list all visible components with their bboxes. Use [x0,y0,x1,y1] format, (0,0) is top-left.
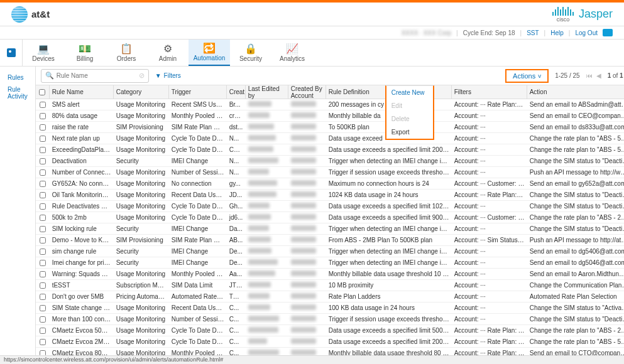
table-row[interactable]: CMaetz Evcoa 2MB to 5... Usage Monitorin… [36,336,624,348]
first-page-icon[interactable]: ⏮ [585,72,594,79]
cell-trigger: Cycle To Date Dat... [169,327,227,334]
nav-orders[interactable]: 📋Orders [106,40,147,66]
menu-export[interactable]: Export [386,126,433,139]
col-category[interactable]: Category [114,85,169,99]
row-checkbox[interactable] [40,181,46,187]
table-row[interactable]: CMaetz Evcoa 80% of 5... Usage Monitorin… [36,348,624,355]
col-filters[interactable]: Filters [452,85,527,99]
help-link[interactable]: Help [550,29,564,36]
col-created-by[interactable]: Creat [227,85,246,99]
cell-rule-definition: Data usage exceeds a specified limit 200… [326,146,452,153]
row-checkbox[interactable] [40,316,46,323]
col-trigger[interactable]: Trigger [169,85,227,99]
cell-last-edited-by [246,304,288,311]
logout-link[interactable]: Log Out [575,29,598,36]
row-checkbox[interactable] [40,339,46,345]
table-row[interactable]: Oil Tank Monitoring ove... Usage Monitor… [36,190,624,201]
nav-automation[interactable]: 🔁Automation [189,40,230,66]
cell-created-by-account [288,259,326,266]
col-action[interactable]: Action [527,85,624,99]
table-row[interactable]: CMaetz Evcoa 500KB t... Usage Monitoring… [36,325,624,336]
nav-security[interactable]: 🔒Security [230,40,271,66]
sidebar: Rules Rule Activity [0,67,35,355]
cell-name: Oil Tank Monitoring ove... [50,191,114,198]
row-checkbox[interactable] [40,282,46,289]
table-row[interactable]: sim change rule Security IMEI Change De.… [36,246,624,257]
table-row[interactable]: ExceedingDataPlanSaver Usage Monitoring … [36,144,624,156]
menu-create-new[interactable]: Create New [386,86,433,99]
table-row[interactable]: 500k to 2mb Usage Monitoring Cycle To Da… [36,212,624,223]
cell-action: Change the rate plan to "ABS - 5MB Plan" [527,135,624,142]
row-checkbox[interactable] [40,294,46,300]
row-checkbox[interactable] [40,226,46,232]
row-checkbox[interactable] [40,124,46,131]
table-row[interactable]: Imei change for priority ... Security IM… [36,257,624,269]
col-rule-name[interactable]: Rule Name [50,85,114,99]
row-checkbox[interactable] [40,203,46,210]
table-row[interactable]: SIM State change to act... Usage Monitor… [36,302,624,314]
row-checkbox[interactable] [40,136,46,142]
cell-trigger: Monthly Pooled D... [169,112,227,119]
table-row[interactable]: Rule Deactivates SIM at... Usage Monitor… [36,201,624,212]
table-row[interactable]: Warning: Squads have ... Usage Monitorin… [36,269,624,280]
cell-last-edited-by [246,282,288,289]
cell-last-edited-by [246,259,288,266]
cell-trigger: Number of Sessio... [169,316,227,323]
table-row[interactable]: More than 100 connecti... Usage Monitori… [36,314,624,325]
cell-created-by-account [288,327,326,334]
cell-created-by-account [288,237,326,244]
nav-devices[interactable]: 💻Devices [23,40,64,66]
cell-name: More than 100 connecti... [50,316,114,323]
row-checkbox[interactable] [40,328,46,334]
row-checkbox[interactable] [40,260,46,266]
search-icon: 🔍 [45,72,54,80]
table-row[interactable]: Demo - Move to Keep A... SIM Provisionin… [36,235,624,246]
nav-billing[interactable]: 💵Billing [64,40,106,66]
nav-analytics[interactable]: 📈Analytics [271,40,313,66]
support-icon[interactable] [603,29,613,36]
account-blur: XXXX · XXX Corp [402,29,451,36]
filters-button[interactable]: ▼ Filters [155,72,181,79]
table-row[interactable]: 80% data usage Usage Monitoring Monthly … [36,110,624,122]
table-row[interactable]: Don't go over 5MB Pricing Automation Aut… [36,291,624,302]
nav-collapse[interactable] [0,40,23,66]
row-checkbox[interactable] [40,305,46,311]
table-row[interactable]: Number of Connections... Usage Monitorin… [36,167,624,178]
actions-button[interactable]: Actions ⅴ [505,69,549,83]
cell-last-edited-by [246,327,288,334]
table-row[interactable]: SMS alert Usage Monitoring Recent SMS Us… [36,99,624,110]
row-checkbox[interactable] [40,215,46,221]
sst-link[interactable]: SST [527,29,539,36]
nav-admin[interactable]: ⚙Admin [147,40,189,66]
row-checkbox[interactable] [40,237,46,244]
cell-action: Change the SIM status to "Deactivated" [527,158,624,164]
sidebar-rule-activity[interactable]: Rule Activity [0,83,35,102]
row-checkbox[interactable] [40,350,46,356]
table-row[interactable]: tESST Subscription Man... SIM Data Limit… [36,280,624,291]
row-checkbox[interactable] [40,192,46,198]
row-checkbox[interactable] [40,158,46,164]
row-checkbox[interactable] [40,169,46,176]
toolbar: 🔍 ⊘ ▼ Filters Actions ⅴ 1-25 / 25 ⏮ ◀ 1 … [36,67,624,85]
table-row[interactable]: raise the rate SIM Provisioning SIM Rate… [36,122,624,133]
row-checkbox[interactable] [40,102,46,108]
sidebar-rules[interactable]: Rules [0,72,35,83]
search-box[interactable]: 🔍 ⊘ [41,69,149,83]
table-row[interactable]: GY652A: No connectio... Usage Monitoring… [36,178,624,190]
col-created-by-account[interactable]: Created By Account [288,85,326,99]
search-input[interactable] [57,72,136,79]
select-all-checkbox[interactable] [39,89,45,95]
col-last-edited-by[interactable]: Last Edited by [246,85,288,99]
cell-last-edited-by [246,338,288,345]
clear-icon[interactable]: ⊘ [139,72,145,80]
table-row[interactable]: SIM locking rule Security IMEI Change Da… [36,223,624,235]
table-row[interactable]: Next rate plan up Usage Monitoring Cycle… [36,133,624,144]
row-checkbox[interactable] [40,271,46,277]
prev-page-icon[interactable]: ◀ [595,72,603,79]
table-row[interactable]: Deactivation Security IMEI Change N... T… [36,156,624,167]
row-checkbox[interactable] [40,249,46,255]
row-checkbox[interactable] [40,113,46,119]
cell-created-by: gy... [227,180,246,187]
cell-action: Change the rate plan to "ABS - 2MB Plan" [527,327,624,334]
row-checkbox[interactable] [40,147,46,153]
